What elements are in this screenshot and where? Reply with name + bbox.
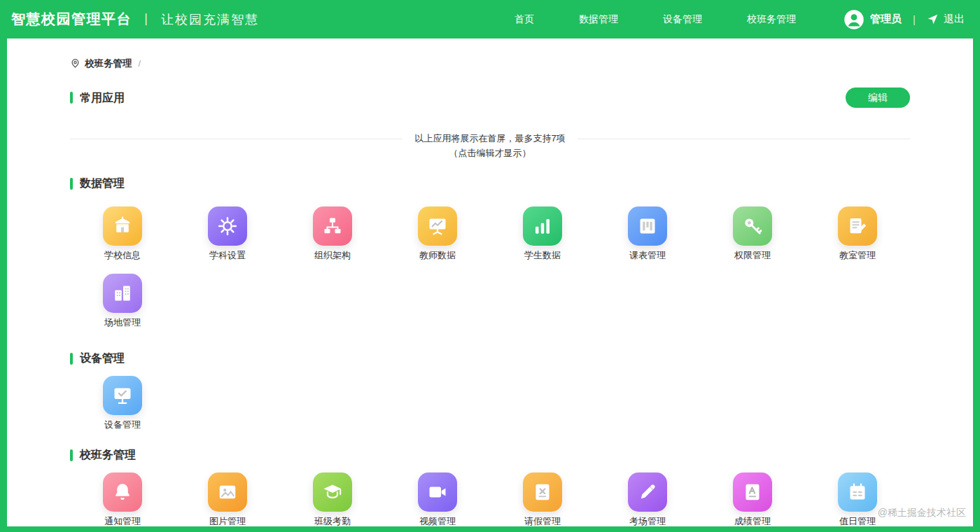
app-student-data[interactable]: 学生数据 [490,206,595,261]
edit-button[interactable]: 编辑 [846,88,910,108]
app-label: 场地管理 [104,317,141,328]
breadcrumb-separator: / [139,58,141,69]
calendar-icon [838,472,877,512]
favorites-header: 常用应用 编辑 [70,88,910,108]
paper-plane-icon [927,13,939,25]
app-label: 值日管理 [839,516,876,526]
timetable-icon [628,206,667,246]
app-window: 智慧校园管理平台 丨 让校园充满智慧 首页 数据管理 设备管理 校班务管理 管理… [0,0,980,532]
avatar-person-icon [844,9,864,30]
document-x-icon [523,472,562,512]
user-name: 管理员 [870,13,902,26]
pen-icon [628,472,667,512]
favorites-title-label: 常用应用 [80,92,125,104]
app-video-management[interactable]: 视频管理 [385,472,490,526]
app-label: 学生数据 [524,250,561,261]
breadcrumb-current[interactable]: 校班务管理 [85,57,132,70]
favorites-title: 常用应用 [70,92,125,104]
app-label: 请假管理 [524,516,561,526]
app-timetable-management[interactable]: 课表管理 [595,206,700,261]
app-label: 学科设置 [209,250,246,261]
app-label: 班级考勤 [314,516,351,526]
brand-title: 智慧校园管理平台 [11,10,132,29]
section-title-label: 数据管理 [80,177,125,190]
grade-document-icon [733,472,772,512]
app-label: 组织架构 [314,250,351,261]
brand-slogan: 让校园充满智慧 [161,11,259,28]
favorites-hint-line2: （点击编辑才显示） [414,146,565,161]
main-nav: 首页 数据管理 设备管理 校班务管理 [514,13,796,26]
location-pin-icon [70,58,80,69]
app-grade-management[interactable]: 成绩管理 [700,472,805,526]
bar-chart-icon [523,206,562,246]
app-picture-management[interactable]: 图片管理 [175,472,280,526]
logout-label: 退出 [944,13,965,26]
user-divider: | [913,13,916,25]
app-grid: 学校信息 学科设置 [70,206,910,328]
app-label: 通知管理 [104,516,141,526]
app-teacher-data[interactable]: 教师数据 [385,206,490,261]
app-exam-room-management[interactable]: 考场管理 [595,472,700,526]
app-label: 课表管理 [629,250,666,261]
app-label: 学校信息 [104,250,141,261]
app-label: 教室管理 [839,250,876,261]
nav-item-home[interactable]: 首页 [514,13,534,26]
bell-icon [103,472,142,512]
user-area: 管理员 | 退出 [844,9,965,30]
logout-button[interactable]: 退出 [927,13,965,26]
section-title-label: 设备管理 [80,352,125,365]
nav-item-school-class-affairs[interactable]: 校班务管理 [747,13,796,26]
section-device-management: 设备管理 设备管理 [70,352,910,430]
section-title: 数据管理 [70,177,910,190]
favorites-hint: 以上应用将展示在首屏，最多支持7项 （点击编辑才显示） [402,132,578,161]
app-label: 视频管理 [419,516,456,526]
top-header: 智慧校园管理平台 丨 让校园充满智慧 首页 数据管理 设备管理 校班务管理 管理… [0,0,980,38]
app-notice-management[interactable]: 通知管理 [70,472,175,526]
app-label: 教师数据 [419,250,456,261]
nav-item-data-management[interactable]: 数据管理 [579,13,618,26]
app-subject-settings[interactable]: 学科设置 [175,206,280,261]
monitor-check-icon [103,376,142,415]
user-avatar[interactable] [844,9,864,30]
app-org-structure[interactable]: 组织架构 [280,206,385,261]
gear-icon [208,206,247,246]
favorites-hint-line1: 以上应用将展示在首屏，最多支持7项 [414,132,565,146]
app-grid: 通知管理 图片管理 [70,472,910,526]
section-title-label: 校班务管理 [80,449,136,461]
section-data-management: 数据管理 学校信息 [70,177,910,328]
building-icon [103,274,142,313]
app-grid: 设备管理 [70,376,910,430]
nav-item-device-management[interactable]: 设备管理 [663,13,702,26]
app-label: 权限管理 [734,250,771,261]
section-accent-bar [70,449,73,461]
section-title: 校班务管理 [70,449,910,461]
app-classroom-management[interactable]: 教室管理 [805,206,910,261]
app-venue-management[interactable]: 场地管理 [70,274,175,328]
breadcrumb: 校班务管理 / [70,38,910,70]
app-permission-management[interactable]: 权限管理 [700,206,805,261]
app-school-info[interactable]: 学校信息 [70,206,175,261]
app-device-management[interactable]: 设备管理 [70,376,175,430]
presentation-chart-icon [418,206,457,246]
app-class-attendance[interactable]: 班级考勤 [280,472,385,526]
hint-divider: 以上应用将展示在首屏，最多支持7项 （点击编辑才显示） [70,139,910,139]
section-accent-bar [70,353,73,365]
school-building-icon [103,206,142,246]
app-leave-management[interactable]: 请假管理 [490,472,595,526]
video-camera-icon [418,472,457,512]
edit-document-icon [838,206,877,246]
section-accent-bar [70,178,73,190]
app-label: 考场管理 [629,516,666,526]
key-icon [733,206,772,246]
brand-separator: 丨 [140,11,153,28]
image-icon [208,472,247,512]
app-label: 图片管理 [209,516,246,526]
org-chart-icon [313,206,352,246]
section-title: 设备管理 [70,352,910,365]
page-panel: 校班务管理 / 常用应用 编辑 以上应用将展示在首屏，最多支持7项 （点击编辑才… [7,38,973,526]
watermark: @稀土掘金技术社区 [878,507,966,519]
app-label: 设备管理 [104,419,141,430]
graduation-cap-icon [313,472,352,512]
app-label: 成绩管理 [734,516,771,526]
section-accent-bar [70,92,73,104]
